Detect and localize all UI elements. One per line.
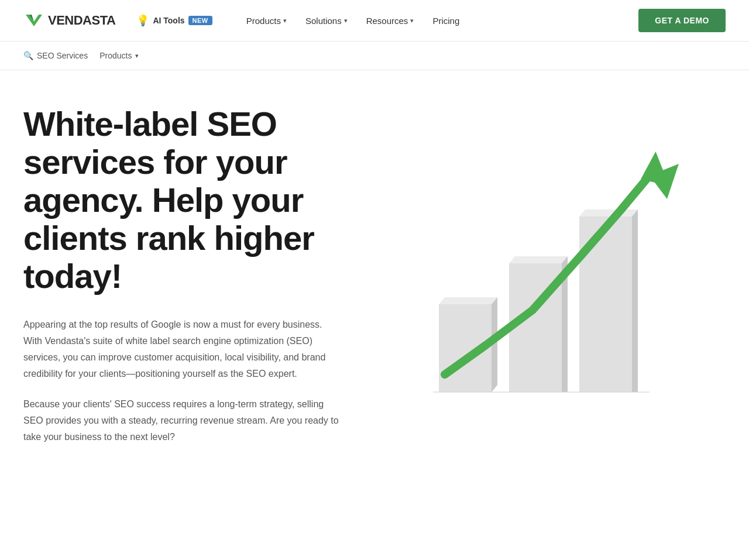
nav-pricing-label: Pricing xyxy=(432,16,459,26)
get-demo-button[interactable]: GET A DEMO xyxy=(638,9,726,32)
nav-item-resources[interactable]: Resources ▾ xyxy=(358,11,422,30)
vendasta-logo-icon xyxy=(23,10,44,31)
hero-illustration xyxy=(363,105,726,398)
nav-item-solutions[interactable]: Solutions ▾ xyxy=(297,11,356,30)
navbar: VENDASTA 💡 AI Tools NEW Products ▾ Solut… xyxy=(0,0,749,42)
search-icon: 🔍 xyxy=(23,51,33,60)
bulb-icon: 💡 xyxy=(136,14,149,27)
breadcrumb-products[interactable]: Products ▾ xyxy=(99,51,139,60)
chevron-down-icon: ▾ xyxy=(344,17,348,25)
new-badge: NEW xyxy=(188,16,212,25)
chevron-down-icon: ▾ xyxy=(135,52,139,60)
logo[interactable]: VENDASTA xyxy=(23,10,115,31)
chevron-down-icon: ▾ xyxy=(410,17,414,25)
svg-marker-4 xyxy=(439,297,497,304)
chevron-down-icon: ▾ xyxy=(283,17,287,25)
breadcrumb-inner: 🔍 SEO Services Products ▾ xyxy=(0,42,749,70)
svg-marker-10 xyxy=(579,209,638,217)
svg-marker-7 xyxy=(509,256,568,263)
chart-illustration xyxy=(392,117,696,398)
svg-marker-11 xyxy=(632,209,638,392)
ai-tools-badge[interactable]: 💡 AI Tools NEW xyxy=(132,12,217,29)
svg-rect-0 xyxy=(23,10,44,31)
breadcrumb-seo-label: SEO Services xyxy=(37,51,88,60)
breadcrumb-seo-services[interactable]: 🔍 SEO Services xyxy=(23,51,88,60)
breadcrumb-bar: 🔍 SEO Services Products ▾ xyxy=(0,42,749,70)
breadcrumb-products-label: Products xyxy=(99,51,132,60)
logo-text: VENDASTA xyxy=(48,13,115,28)
nav-container: VENDASTA 💡 AI Tools NEW Products ▾ Solut… xyxy=(0,0,749,41)
hero-description-2: Because your clients' SEO success requir… xyxy=(23,396,339,445)
nav-products-label: Products xyxy=(246,16,281,26)
nav-solutions-label: Solutions xyxy=(305,16,342,26)
hero-title: White-label SEO services for your agency… xyxy=(23,105,339,296)
ai-tools-label: AI Tools xyxy=(153,16,184,25)
hero-description-1: Appearing at the top results of Google i… xyxy=(23,317,339,382)
nav-resources-label: Resources xyxy=(366,16,408,26)
hero-section: White-label SEO services for your agency… xyxy=(0,70,749,550)
hero-left: White-label SEO services for your agency… xyxy=(23,105,363,459)
nav-links: Products ▾ Solutions ▾ Resources ▾ Prici… xyxy=(238,11,634,30)
nav-item-pricing[interactable]: Pricing xyxy=(424,11,468,30)
nav-item-products[interactable]: Products ▾ xyxy=(238,11,295,30)
chart-svg xyxy=(392,117,696,398)
